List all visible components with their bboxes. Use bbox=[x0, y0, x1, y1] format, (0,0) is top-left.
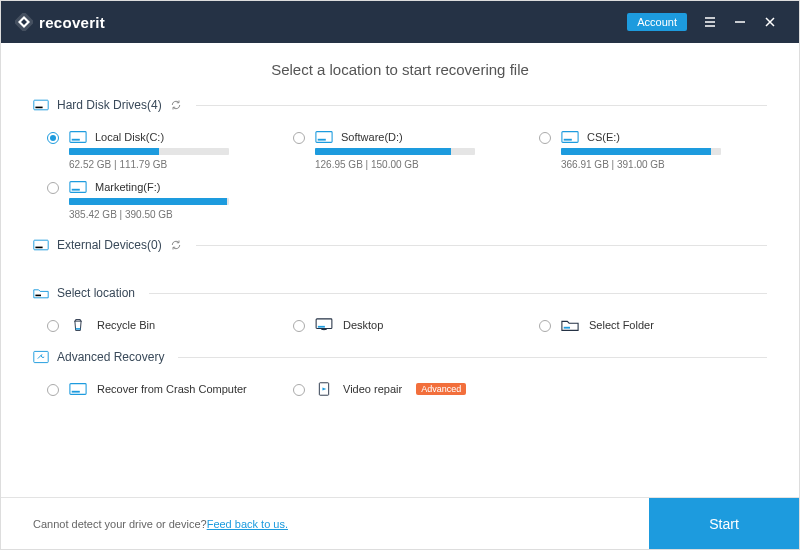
svg-rect-1 bbox=[34, 100, 48, 110]
svg-rect-7 bbox=[562, 132, 578, 143]
advanced-label: Video repair bbox=[343, 383, 402, 395]
svg-rect-18 bbox=[34, 351, 48, 362]
location-label: Desktop bbox=[343, 319, 383, 331]
svg-rect-17 bbox=[564, 327, 570, 329]
disk-icon bbox=[315, 130, 333, 144]
section-hdd-header: Hard Disk Drives(4) bbox=[33, 98, 767, 118]
section-location-label: Select location bbox=[57, 286, 135, 300]
radio[interactable] bbox=[47, 384, 59, 396]
refresh-icon[interactable] bbox=[170, 239, 182, 251]
section-external-label: External Devices(0) bbox=[57, 238, 162, 252]
location-label: Select Folder bbox=[589, 319, 654, 331]
feedback-link[interactable]: Feed back to us. bbox=[207, 518, 288, 530]
svg-rect-12 bbox=[35, 247, 42, 249]
drive-name: Marketing(F:) bbox=[95, 181, 160, 193]
location-item[interactable]: Recycle Bin bbox=[47, 318, 275, 332]
location-item[interactable]: Desktop bbox=[293, 318, 521, 332]
section-hdd-label: Hard Disk Drives(4) bbox=[57, 98, 162, 112]
radio[interactable] bbox=[293, 132, 305, 144]
svg-rect-13 bbox=[35, 295, 41, 297]
radio[interactable] bbox=[539, 320, 551, 332]
page-title: Select a location to start recovering fi… bbox=[33, 61, 767, 78]
drive-item[interactable]: Software(D:)126.95 GB | 150.00 GB bbox=[293, 130, 521, 170]
svg-rect-16 bbox=[318, 326, 325, 328]
radio[interactable] bbox=[47, 182, 59, 194]
svg-rect-10 bbox=[72, 189, 80, 191]
radio[interactable] bbox=[539, 132, 551, 144]
drive-item[interactable]: Local Disk(C:)62.52 GB | 111.79 GB bbox=[47, 130, 275, 170]
advanced-badge: Advanced bbox=[416, 383, 466, 395]
svg-rect-20 bbox=[72, 391, 80, 393]
location-label: Recycle Bin bbox=[97, 319, 155, 331]
external-disk-icon bbox=[33, 238, 49, 252]
advanced-item[interactable]: Recover from Crash Computer bbox=[47, 382, 275, 396]
folder-icon bbox=[33, 286, 49, 300]
usage-bar bbox=[561, 148, 721, 155]
svg-rect-3 bbox=[70, 132, 86, 143]
radio[interactable] bbox=[293, 384, 305, 396]
advanced-item[interactable]: Video repairAdvanced bbox=[293, 382, 521, 396]
start-button[interactable]: Start bbox=[649, 498, 799, 549]
disk-icon bbox=[69, 180, 87, 194]
svg-rect-19 bbox=[70, 384, 86, 395]
app-name: recoverit bbox=[39, 14, 105, 31]
refresh-icon[interactable] bbox=[170, 99, 182, 111]
usage-bar bbox=[315, 148, 475, 155]
disk-icon bbox=[33, 98, 49, 112]
disk-icon bbox=[69, 382, 87, 396]
advanced-label: Recover from Crash Computer bbox=[97, 383, 247, 395]
section-advanced-label: Advanced Recovery bbox=[57, 350, 164, 364]
footer-text: Cannot detect your drive or device? bbox=[33, 518, 207, 530]
drive-name: Local Disk(C:) bbox=[95, 131, 164, 143]
menu-icon[interactable] bbox=[695, 7, 725, 37]
svg-rect-5 bbox=[316, 132, 332, 143]
drive-item[interactable]: Marketing(F:)385.42 GB | 390.50 GB bbox=[47, 180, 275, 220]
wrench-icon bbox=[33, 350, 49, 364]
svg-rect-14 bbox=[76, 328, 81, 330]
main-content: Select a location to start recovering fi… bbox=[1, 43, 799, 497]
video-icon bbox=[315, 382, 333, 396]
drive-item[interactable]: CS(E:)366.91 GB | 391.00 GB bbox=[539, 130, 767, 170]
footer: Cannot detect your drive or device? Feed… bbox=[1, 497, 799, 549]
drive-name: CS(E:) bbox=[587, 131, 620, 143]
radio[interactable] bbox=[47, 320, 59, 332]
svg-rect-11 bbox=[34, 240, 48, 250]
disk-icon bbox=[561, 130, 579, 144]
minimize-icon[interactable] bbox=[725, 7, 755, 37]
close-icon[interactable] bbox=[755, 7, 785, 37]
location-item[interactable]: Select Folder bbox=[539, 318, 767, 332]
drive-size: 366.91 GB | 391.00 GB bbox=[561, 159, 767, 170]
drive-size: 385.42 GB | 390.50 GB bbox=[69, 209, 275, 220]
radio[interactable] bbox=[293, 320, 305, 332]
account-button[interactable]: Account bbox=[627, 13, 687, 31]
recycle-bin-icon bbox=[69, 318, 87, 332]
folder-open-icon bbox=[561, 318, 579, 332]
usage-bar bbox=[69, 148, 229, 155]
section-location-header: Select location bbox=[33, 286, 767, 306]
svg-rect-6 bbox=[318, 139, 326, 141]
svg-rect-9 bbox=[70, 182, 86, 193]
usage-bar bbox=[69, 198, 229, 205]
logo-icon bbox=[15, 13, 33, 31]
disk-icon bbox=[69, 130, 87, 144]
svg-rect-2 bbox=[35, 107, 42, 109]
drive-size: 62.52 GB | 111.79 GB bbox=[69, 159, 275, 170]
svg-rect-4 bbox=[72, 139, 80, 141]
titlebar: recoverit Account bbox=[1, 1, 799, 43]
radio[interactable] bbox=[47, 132, 59, 144]
section-advanced-header: Advanced Recovery bbox=[33, 350, 767, 370]
drive-size: 126.95 GB | 150.00 GB bbox=[315, 159, 521, 170]
section-external-header: External Devices(0) bbox=[33, 238, 767, 258]
drive-name: Software(D:) bbox=[341, 131, 403, 143]
svg-rect-8 bbox=[564, 139, 572, 141]
desktop-icon bbox=[315, 318, 333, 332]
app-logo: recoverit bbox=[15, 13, 105, 31]
